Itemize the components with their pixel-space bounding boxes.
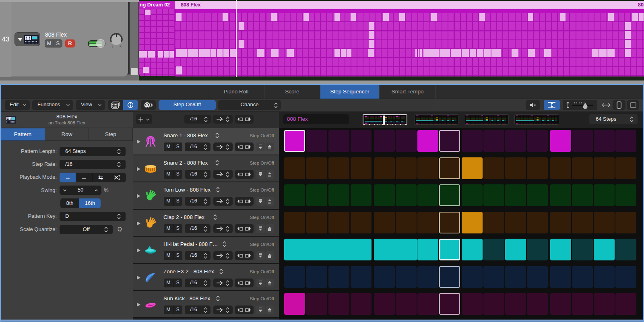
svg-text:L: L — [112, 45, 114, 48]
svg-text:R: R — [120, 45, 122, 48]
